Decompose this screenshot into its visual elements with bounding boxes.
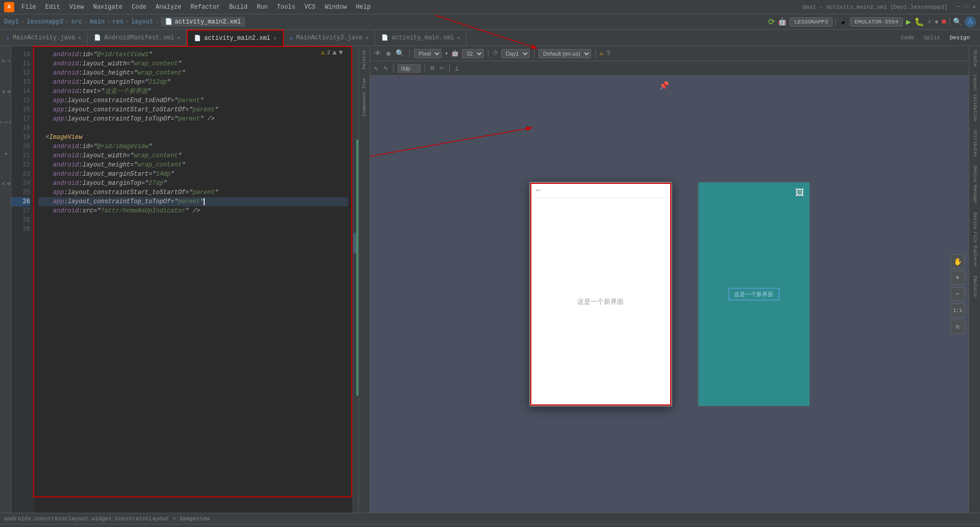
breadcrumb-lessonapp3[interactable]: lessonapp3 — [27, 18, 63, 26]
menu-refactor[interactable]: Refactor — [186, 3, 224, 12]
code-line-11: android:layout_width="wrap_content" — [38, 59, 348, 68]
select-tool-btn[interactable]: ↖ — [373, 63, 379, 74]
gradle-label[interactable]: Gradle — [970, 46, 979, 70]
tab-activity-main[interactable]: 📄 activity_main.xml ✕ — [375, 30, 467, 46]
margin-input[interactable] — [398, 64, 421, 73]
zoom-select[interactable]: 32 — [462, 49, 484, 58]
maximize-btn[interactable]: □ — [965, 3, 968, 11]
device-select[interactable]: Pixel — [414, 49, 442, 58]
design-view-btn[interactable]: Design — [945, 33, 974, 43]
close-tab-androidmanifest[interactable]: ✕ — [177, 35, 180, 41]
theme-select[interactable]: Default (en-us) — [538, 49, 591, 58]
close-tab-mainactivity[interactable]: ✕ — [78, 35, 81, 41]
design-magnet-btn[interactable]: ◉ — [385, 48, 391, 59]
attributes-label[interactable]: Attributes — [970, 126, 979, 161]
sep6: › — [155, 18, 159, 26]
code-scrollbar[interactable] — [352, 46, 358, 513]
menu-vcs[interactable]: VCS — [301, 3, 320, 12]
menu-help[interactable]: Help — [352, 3, 375, 12]
close-tab-mainactivity2[interactable]: ✕ — [365, 35, 369, 41]
tab-activity-main2[interactable]: 📄 activity_main2.xml ✕ — [187, 30, 284, 46]
zoom-fit-btn[interactable]: 1:1 — [950, 303, 965, 318]
menu-navigate[interactable]: Navigate — [89, 3, 127, 12]
tab-label-mainactivity: MainActivity.java — [13, 34, 75, 41]
zoom-frame-btn[interactable]: ⊡ — [950, 320, 965, 334]
design-help-btn[interactable]: ? — [606, 50, 610, 58]
search-btn[interactable]: 🔍 — [953, 17, 962, 26]
minimize-btn[interactable]: ─ — [957, 3, 960, 11]
stop-btn[interactable]: ■ — [941, 17, 946, 27]
menu-build[interactable]: Build — [225, 3, 252, 12]
close-tab-activity-main[interactable]: ✕ — [457, 35, 460, 41]
run-btn[interactable]: ▶ — [906, 17, 911, 27]
device-selector[interactable]: EMULATOR-5554 — [850, 17, 903, 27]
menu-code[interactable]: Code — [128, 3, 151, 12]
breadcrumb-src[interactable]: src — [71, 18, 82, 26]
path-tool-btn[interactable]: ⌘ — [429, 63, 435, 74]
warning-count: 2 — [327, 50, 331, 56]
sidebar-favorites[interactable]: ★ — [0, 138, 11, 169]
device-manager-label[interactable]: Device Manager — [970, 161, 979, 208]
sidebar-resource-manager[interactable]: RM — [0, 77, 11, 107]
breadcrumb-layout[interactable]: layout — [131, 18, 153, 26]
menu-view[interactable]: View — [65, 3, 88, 12]
layout-validation-label[interactable]: Layout Validation — [970, 70, 979, 126]
sep-d4 — [595, 50, 596, 58]
sidebar-build-variants[interactable]: BV — [0, 169, 11, 199]
debug-btn[interactable]: 🐛 — [914, 17, 924, 27]
design-zoom-btn[interactable]: 🔍 — [395, 48, 405, 59]
menu-run[interactable]: Run — [253, 3, 272, 12]
profile-btn[interactable]: ⚡ — [927, 17, 932, 26]
design-toolbar: 👁 ◉ 🔍 Pixel ▾ 🤖 32 ⏱ Day1 Default (en-us… — [359, 46, 969, 61]
line-num-28: 28 — [11, 215, 30, 225]
back-arrow-icon[interactable]: ← — [536, 186, 542, 195]
baseline-tool-btn[interactable]: ⊥ — [454, 63, 460, 74]
line-num-10: 10 — [11, 50, 30, 59]
zoom-in-btn[interactable]: + — [950, 271, 965, 285]
java-icon2: ☕ — [290, 34, 293, 41]
tab-mainactivity2[interactable]: ☕ MainActivity2.java ✕ — [284, 30, 375, 46]
close-btn[interactable]: ✕ — [972, 3, 976, 11]
code-line-10: android:id="@+id/textView1" — [38, 50, 348, 59]
tab-mainactivity[interactable]: ☕ MainActivity.java ✕ — [0, 30, 88, 46]
code-content[interactable]: android:id="@+id/textView1" android:layo… — [34, 46, 352, 513]
sidebar-project[interactable]: Proj — [0, 46, 11, 77]
scissors-tool-btn[interactable]: ✂ — [438, 63, 445, 74]
account-icon[interactable]: A — [965, 16, 976, 28]
menu-window[interactable]: Window — [321, 3, 351, 12]
code-view-btn[interactable]: Code — [897, 33, 918, 43]
breadcrumb-res[interactable]: res — [112, 18, 124, 26]
emulator-label[interactable]: Emulator — [970, 272, 979, 302]
coverage-btn[interactable]: ◆ — [935, 18, 938, 26]
warning-down-btn[interactable]: ▼ — [339, 49, 343, 57]
menu-file[interactable]: File — [17, 3, 40, 12]
menu-edit[interactable]: Edit — [41, 3, 64, 12]
close-tab-activity-main2[interactable]: ✕ — [274, 35, 277, 41]
breadcrumb-file[interactable]: activity_main2.xml — [175, 18, 241, 26]
sidebar-structure[interactable]: Str — [0, 107, 11, 138]
breadcrumb-day1[interactable]: Day1 — [4, 18, 19, 26]
pen-tool-btn[interactable]: ✎ — [382, 63, 388, 74]
zoom-out-btn[interactable]: − — [950, 287, 965, 301]
run-config-selector[interactable]: LESSONAPP3 — [790, 17, 832, 27]
window-title: Day1 - activity_main2.xml [Day1.lessonap… — [803, 4, 948, 10]
line-num-29: 29 — [11, 225, 30, 234]
code-line-16: app:layout_constraintStart_toStartOf="pa… — [38, 105, 348, 114]
menu-analyze[interactable]: Analyze — [152, 3, 185, 12]
design-eye-btn[interactable]: 👁 — [373, 49, 382, 59]
component-tree-label[interactable]: Component Tree — [360, 74, 369, 121]
sep2: › — [65, 18, 69, 26]
device-file-explorer-label[interactable]: Device File Explorer — [970, 208, 979, 272]
warning-up-btn[interactable]: ▲ — [332, 49, 336, 57]
sync-icon[interactable]: ⟳ — [768, 17, 775, 27]
tab-androidmanifest[interactable]: 📄 AndroidManifest.xml ✕ — [88, 30, 187, 46]
palette-label[interactable]: Palette — [360, 46, 369, 74]
split-view-btn[interactable]: Split — [919, 33, 944, 43]
menu-tools[interactable]: Tools — [273, 3, 300, 12]
breadcrumb-main[interactable]: main — [90, 18, 105, 26]
right-sidebar: Gradle Layout Validation Attributes Devi… — [969, 46, 980, 513]
module-select[interactable]: Day1 — [501, 49, 530, 58]
tab-label-activity-main: activity_main.xml — [391, 34, 454, 41]
hand-tool-btn[interactable]: ✋ — [950, 254, 965, 269]
line-numbers: 10 11 12 13 14 15 16 17 18 19 20 21 22 2… — [11, 46, 34, 513]
